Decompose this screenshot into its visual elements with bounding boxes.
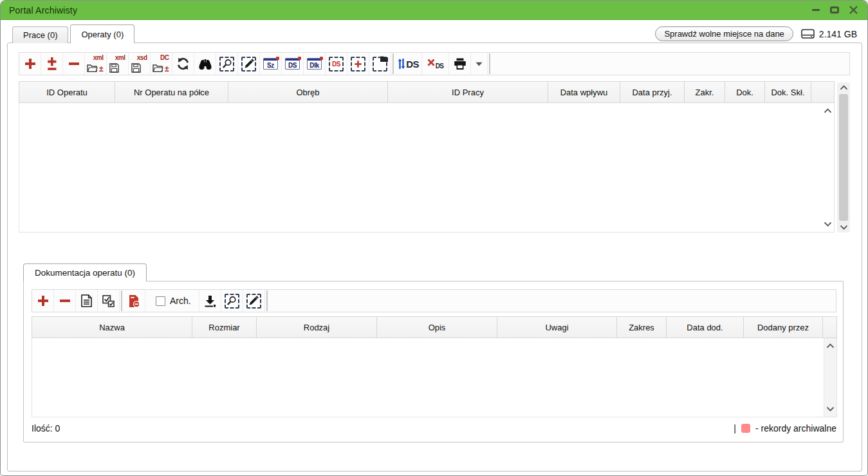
ds-window-button[interactable]: DS (282, 53, 304, 75)
column-header[interactable]: Zakr. (685, 81, 725, 103)
column-header[interactable]: Opis (377, 316, 497, 338)
scroll-down-button[interactable] (822, 219, 833, 229)
ds-selection-button[interactable]: DS (326, 53, 347, 75)
close-button[interactable] (847, 4, 860, 17)
pencil-icon (248, 296, 259, 306)
operaty-table-header: ID Operatu Nr Operatu na półce Obręb ID … (19, 81, 835, 103)
pencil-icon (244, 59, 254, 69)
remove-document-button[interactable] (54, 290, 76, 312)
tab-prace[interactable]: Prace (0) (12, 26, 68, 43)
add-document-button[interactable] (32, 290, 54, 312)
minus-icon (68, 57, 80, 70)
column-header[interactable]: Data dod. (667, 316, 744, 338)
edit-button[interactable] (41, 53, 63, 75)
column-header[interactable]: Data przyj. (620, 81, 685, 103)
plus-icon (37, 294, 50, 307)
tab-dokumentacja-operatu[interactable]: Dokumentacja operatu (0) (23, 263, 147, 281)
tab-prace-label: Prace (0) (23, 30, 57, 40)
checkboxes-icon (102, 295, 115, 307)
column-header[interactable]: Uwagi (497, 316, 617, 338)
refresh-button[interactable] (172, 53, 194, 75)
scroll-up-button[interactable] (838, 82, 849, 93)
search-button[interactable] (194, 53, 216, 75)
add-button[interactable] (19, 53, 41, 75)
sz-window-button[interactable]: Sz (260, 53, 282, 75)
open-folder-icon (87, 64, 98, 72)
arch-checkbox[interactable] (156, 296, 165, 306)
dokumentacja-table-body[interactable] (32, 338, 837, 417)
column-header[interactable]: Data wpływu (548, 81, 620, 103)
tab-operaty[interactable]: Operaty (0) (70, 24, 134, 43)
check-free-space-button[interactable]: Sprawdź wolne miejsce na dane (655, 26, 793, 41)
dlk-text: Dlk (308, 61, 321, 70)
save-xsd-button[interactable]: xsd (129, 53, 151, 75)
scroll-up-button[interactable] (822, 106, 833, 116)
ds-selection-text: DS (332, 61, 340, 68)
print-dropdown-button[interactable] (471, 53, 488, 75)
chevron-down-icon (824, 222, 832, 227)
open-xml-button[interactable]: xml ± (85, 53, 107, 75)
import-selection-button[interactable] (369, 53, 391, 75)
doc-status-bar: Ilość: 0 | - rekordy archiwalne (32, 418, 836, 439)
dashed-selection-box (373, 57, 387, 71)
minimize-button[interactable] (809, 4, 822, 17)
chevron-up-icon (826, 343, 835, 348)
column-header[interactable]: Nazwa (32, 316, 192, 338)
ds-transfer-button[interactable]: DS (395, 53, 422, 75)
plus-minus-mini-icon: ± (99, 66, 104, 72)
panel-scrollbar[interactable] (837, 82, 850, 233)
dashed-selection-box: DS (329, 57, 344, 71)
open-dc-button[interactable]: DC ± (151, 53, 172, 75)
tab-operaty-label: Operaty (0) (81, 30, 124, 39)
download-document-button[interactable] (199, 290, 221, 312)
magnifier-icon (222, 59, 232, 69)
up-down-arrows-icon (398, 58, 405, 70)
dlk-window-button[interactable]: Dlk (304, 53, 326, 75)
select-all-button[interactable] (98, 290, 120, 312)
title-bar[interactable]: Portal Archiwisty (1, 1, 867, 20)
scroll-down-button[interactable] (825, 404, 836, 414)
ds-delete-button[interactable]: DS (422, 53, 449, 75)
dashed-selection-box (219, 57, 234, 71)
column-header[interactable]: ID Pracy (388, 81, 548, 103)
column-header[interactable]: Rodzaj (257, 316, 377, 338)
toolbar-separator (121, 290, 122, 311)
arch-checkbox-label: Arch. (170, 296, 191, 306)
column-header[interactable]: Dok. (725, 81, 765, 103)
save-xml-button[interactable]: xml (107, 53, 129, 75)
preview-selection-button[interactable] (216, 53, 238, 75)
preview-selection-button[interactable] (221, 290, 243, 312)
remove-button[interactable] (63, 53, 85, 75)
maximize-button[interactable] (828, 4, 841, 17)
scroll-down-button[interactable] (838, 222, 849, 233)
open-folder-icon (152, 64, 163, 72)
view-document-button[interactable] (76, 290, 98, 312)
plus-minus-icon (46, 57, 58, 71)
column-header[interactable]: Obręb (228, 81, 388, 103)
operaty-table-scrollbar[interactable] (821, 103, 834, 232)
operaty-table-body[interactable] (19, 103, 835, 233)
column-header[interactable]: Dodany przez (744, 316, 823, 338)
edit-selection-button[interactable] (238, 53, 260, 75)
column-header[interactable]: Dok. Skł. (765, 81, 811, 103)
column-header-spacer (823, 316, 837, 338)
legend-divider: | (734, 423, 736, 433)
scrollbar-thumb[interactable] (839, 94, 848, 221)
legend-text: - rekordy archiwalne (755, 423, 836, 433)
print-button[interactable] (449, 53, 471, 75)
printer-icon (454, 58, 466, 70)
edit-selection-button[interactable] (243, 290, 265, 312)
column-header[interactable]: Nr Operatu na półce (115, 81, 228, 103)
remove-archive-document-button[interactable] (124, 290, 145, 312)
dokumentacja-table-scrollbar[interactable] (824, 338, 836, 417)
column-header[interactable]: Rozmiar (192, 316, 257, 338)
floppy-disk-icon (109, 63, 119, 73)
column-header[interactable]: ID Operatu (19, 81, 115, 103)
scroll-up-button[interactable] (825, 341, 836, 351)
add-selection-button[interactable] (347, 53, 369, 75)
column-header-spacer (811, 81, 835, 103)
sz-text: Sz (264, 61, 277, 70)
plus-minus-mini-icon: ± (165, 66, 169, 72)
close-icon (849, 6, 858, 14)
column-header[interactable]: Zakres (617, 316, 667, 338)
